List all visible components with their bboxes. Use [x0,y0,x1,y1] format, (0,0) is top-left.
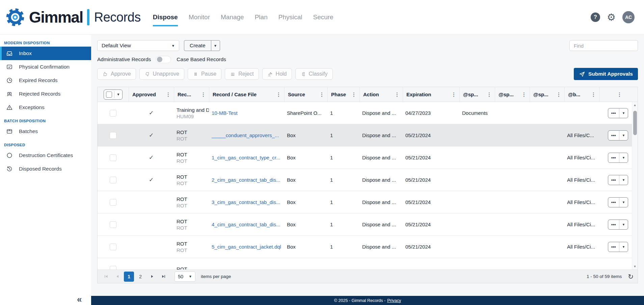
tab-manage[interactable]: Manage [221,14,244,21]
table-row-partial[interactable]: ROT [98,258,638,270]
row-checkbox[interactable] [110,199,116,206]
vertical-scrollbar[interactable]: ▲ ▼ [632,102,638,270]
next-page-button[interactable] [147,272,157,282]
ellipsis-icon[interactable]: ••• [608,131,619,140]
record-link[interactable]: 5_cim_gas_contract_jacket.dql [212,244,281,250]
record-link[interactable]: 4_cim_gas_contract_tab_dis... [212,222,280,227]
sidebar-item-disposed-records[interactable]: Disposed Records [0,162,91,176]
hold-button[interactable]: Hold [262,68,292,80]
table-row[interactable]: ✓ ROTROT 1_cim_gas_contract_type_cr... B… [98,147,638,169]
sidebar-item-rejected-records[interactable]: Rejected Records [0,87,91,101]
row-checkbox[interactable] [110,177,116,183]
page-1-button[interactable]: 1 [124,272,134,282]
tab-secure[interactable]: Secure [313,14,333,21]
first-page-button[interactable] [101,272,111,282]
row-checkbox[interactable] [110,244,116,250]
record-link[interactable]: 2_cim_gas_contract_tab_dis... [212,177,280,183]
chevron-down-icon[interactable]: ▼ [619,153,628,162]
sidebar-item-inbox[interactable]: Inbox [0,47,91,60]
create-button[interactable]: Create [184,41,211,51]
row-actions-split-button[interactable]: •••▼ [608,242,628,252]
column-menu-icon[interactable]: ⋮ [350,92,358,98]
reject-button[interactable]: Reject [225,68,259,80]
sidebar-item-expired-records[interactable]: Expired Records [0,74,91,87]
sidebar-item-physical-confirmation[interactable]: Physical Confirmation [0,60,91,74]
chevron-down-icon[interactable]: ▼ [619,131,628,140]
ellipsis-icon[interactable]: ••• [608,153,619,162]
row-checkbox[interactable] [110,110,116,117]
row-checkbox[interactable] [110,266,116,270]
scroll-down-icon[interactable]: ▼ [632,263,638,270]
pause-button[interactable]: Pause [188,68,221,80]
table-row[interactable]: ✓ ROTROT 2_cim_gas_contract_tab_dis... B… [98,169,638,191]
chevron-down-icon[interactable]: ▼ [619,198,628,207]
record-link[interactable]: 1_cim_gas_contract_type_cr... [212,155,280,160]
column-menu-icon[interactable]: ⋮ [589,92,598,98]
tab-monitor[interactable]: Monitor [189,14,210,21]
admin-records-toggle[interactable] [156,56,171,63]
refresh-icon[interactable]: ↻ [628,273,634,280]
record-link[interactable]: _____conduent_approvers_... [212,132,279,138]
row-actions-split-button[interactable]: •••▼ [608,108,628,118]
column-menu-icon[interactable]: ⋮ [318,92,326,98]
column-menu-icon[interactable]: ⋮ [450,92,458,98]
column-menu-icon[interactable]: ⋮ [485,92,493,98]
ellipsis-icon[interactable]: ••• [608,242,619,252]
sidebar-item-destruction-certificates[interactable]: Destruction Certificates [0,149,91,162]
approve-button[interactable]: Approve [97,68,136,80]
unapprove-button[interactable]: Unapprove [139,68,184,80]
column-menu-icon[interactable]: ⋮ [520,92,528,98]
chevron-down-icon[interactable]: ▼ [619,108,628,118]
ellipsis-icon[interactable]: ••• [608,175,619,185]
classify-button[interactable]: Classify [295,68,333,80]
row-actions-split-button[interactable]: •••▼ [608,153,628,163]
row-checkbox[interactable] [110,221,116,228]
ellipsis-icon[interactable]: ••• [608,108,619,118]
row-actions-split-button[interactable]: •••▼ [608,130,628,141]
table-row-selected[interactable]: ✓ ROTROT _____conduent_approvers_... Box… [98,124,638,147]
help-icon[interactable]: ? [591,12,600,22]
table-row[interactable]: ROTROT 3_cim_gas_contract_tab_dis... Box… [98,191,638,213]
last-page-button[interactable] [158,272,168,282]
column-menu-icon[interactable]: ⋮ [555,92,563,98]
submit-approvals-button[interactable]: Submit Approvals [574,68,638,80]
table-row[interactable]: ROTROT 4_cim_gas_contract_tab_dis... Box… [98,213,638,236]
chevron-down-icon[interactable]: ▼ [619,242,628,252]
chevron-down-icon[interactable]: ▼ [619,220,628,229]
ellipsis-icon[interactable]: ••• [608,220,619,229]
column-menu-icon[interactable]: ⋮ [199,92,208,98]
column-menu-icon[interactable]: ⋮ [274,92,283,98]
scrollbar-thumb[interactable] [633,111,637,135]
sidebar-item-batches[interactable]: Batches [0,125,91,138]
sidebar-collapse-button[interactable]: « [77,295,82,304]
table-row[interactable]: ROTROT 5_cim_gas_contract_jacket.dql Box… [98,236,638,258]
create-dropdown-button[interactable]: ▼ [211,41,220,51]
tab-plan[interactable]: Plan [255,14,268,21]
record-link[interactable]: 3_cim_gas_contract_tab_dis... [212,199,280,205]
chevron-down-icon[interactable]: ▼ [619,175,628,185]
column-menu-icon[interactable]: ⋮ [393,92,401,98]
tab-dispose[interactable]: Dispose [153,14,178,21]
column-menu-icon[interactable]: ⋮ [164,92,172,98]
tab-physical[interactable]: Physical [278,14,302,21]
row-actions-split-button[interactable]: •••▼ [608,175,628,185]
scroll-up-icon[interactable]: ▲ [632,102,638,108]
record-link[interactable]: 10-MB-Test [212,110,238,116]
row-actions-split-button[interactable]: •••▼ [608,220,628,230]
privacy-link[interactable]: Privacy [387,298,401,303]
page-2-button[interactable]: 2 [135,272,145,282]
select-all-checkbox[interactable]: ▼ [104,90,123,100]
row-checkbox[interactable] [110,154,116,161]
table-row[interactable]: ✓ Training and DHUM09 10-MB-Test SharePo… [98,102,638,124]
column-menu-icon[interactable]: ⋮ [615,92,624,98]
page-size-select[interactable]: 50 ▼ [175,272,195,282]
row-checkbox[interactable] [110,132,116,139]
previous-page-button[interactable] [112,272,123,282]
avatar[interactable]: AC [622,11,635,23]
row-actions-split-button[interactable]: •••▼ [608,197,628,207]
ellipsis-icon[interactable]: ••• [608,198,619,207]
view-select[interactable]: Default View ▼ [97,40,179,51]
find-input[interactable] [569,40,638,51]
sidebar-item-exceptions[interactable]: Exceptions [0,101,91,114]
gear-icon[interactable]: ⚙ [607,12,616,22]
